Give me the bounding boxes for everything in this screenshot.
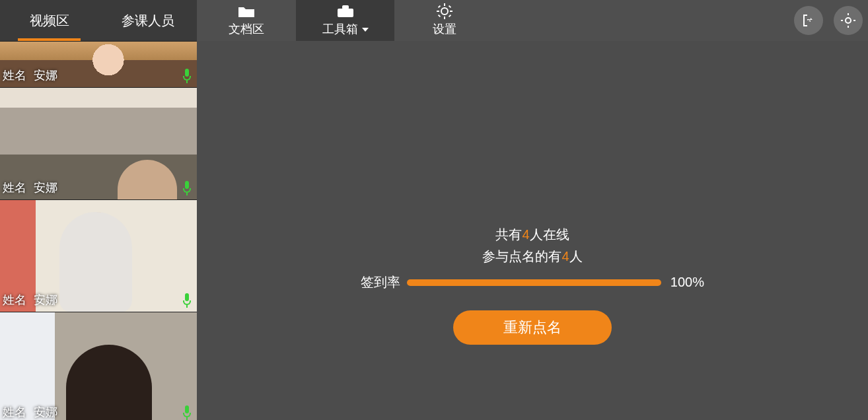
- rate-percent: 100%: [670, 275, 704, 290]
- sidebar-tabs: 视频区 参课人员: [0, 0, 197, 41]
- toolbox-icon: [337, 4, 354, 18]
- mic-icon[interactable]: [181, 405, 193, 420]
- svg-rect-12: [848, 13, 849, 15]
- mic-icon[interactable]: [181, 69, 193, 83]
- logout-icon: [801, 13, 816, 28]
- toolbar: 文档区 工具箱 设置: [197, 0, 868, 41]
- toolbar-item-label: 文档区: [229, 21, 264, 37]
- svg-rect-3: [444, 3, 445, 6]
- participant-name: 安娜: [34, 293, 57, 306]
- svg-rect-8: [448, 15, 451, 17]
- redo-rollcall-label: 重新点名: [503, 318, 561, 337]
- sidebar: 视频区 参课人员 姓名 安娜 姓名 安娜 姓名 安娜: [0, 0, 197, 420]
- toolbar-item-label: 工具箱: [322, 21, 369, 37]
- svg-rect-6: [450, 11, 452, 12]
- svg-rect-1: [342, 5, 349, 9]
- toolbar-item-toolbox[interactable]: 工具箱: [296, 0, 395, 41]
- svg-rect-9: [448, 5, 451, 8]
- name-tag: 姓名 安娜: [3, 404, 57, 420]
- toolbar-item-docs[interactable]: 文档区: [197, 0, 296, 41]
- tab-video-area[interactable]: 视频区: [0, 0, 98, 41]
- video-tile[interactable]: 姓名 安娜: [0, 199, 197, 312]
- svg-rect-7: [437, 5, 440, 8]
- svg-rect-14: [841, 20, 843, 21]
- video-list: 姓名 安娜 姓名 安娜 姓名 安娜 姓名 安娜: [0, 41, 197, 420]
- name-tag: 姓名 安娜: [3, 292, 57, 308]
- tab-participants[interactable]: 参课人员: [98, 0, 197, 41]
- gear-icon: [841, 13, 855, 28]
- svg-point-2: [441, 8, 448, 15]
- rollcall-status: 共有4人在线 参与点名的有4人: [197, 226, 868, 265]
- participant-name: 安娜: [34, 181, 57, 194]
- name-tag: 姓名 安娜: [3, 67, 57, 83]
- status-line-2: 参与点名的有4人: [197, 248, 868, 265]
- online-count: 4: [522, 227, 529, 242]
- toolbar-spacer: [494, 0, 789, 41]
- name-label: 姓名: [3, 293, 26, 306]
- checked-in-count: 4: [561, 249, 569, 263]
- svg-rect-5: [437, 11, 439, 12]
- svg-rect-10: [437, 15, 440, 17]
- video-tile[interactable]: 姓名 安娜: [0, 41, 197, 87]
- chevron-down-icon: [362, 28, 369, 32]
- svg-rect-4: [444, 17, 445, 19]
- attendance-rate: 签到率 100%: [361, 273, 704, 291]
- svg-point-11: [846, 18, 851, 23]
- settings-button[interactable]: [834, 6, 863, 35]
- rate-label: 签到率: [361, 273, 400, 291]
- tab-participants-label: 参课人员: [122, 12, 174, 30]
- svg-rect-13: [848, 26, 849, 28]
- gear-icon: [436, 4, 453, 18]
- svg-rect-15: [853, 20, 855, 21]
- participant-name: 安娜: [34, 405, 57, 419]
- progress-fill: [407, 279, 661, 286]
- main-area: 共有4人在线 参与点名的有4人 签到率 100% 重新点名: [197, 41, 868, 420]
- redo-rollcall-button[interactable]: 重新点名: [453, 310, 612, 345]
- toolbar-item-settings[interactable]: 设置: [395, 0, 494, 41]
- mic-icon[interactable]: [181, 181, 193, 195]
- name-label: 姓名: [3, 405, 26, 419]
- video-tile[interactable]: 姓名 安娜: [0, 312, 197, 420]
- participant-name: 安娜: [34, 69, 57, 82]
- name-label: 姓名: [3, 181, 26, 194]
- status-line-1: 共有4人在线: [197, 226, 868, 244]
- tab-video-area-label: 视频区: [30, 12, 69, 30]
- logout-button[interactable]: [794, 6, 823, 35]
- name-tag: 姓名 安娜: [3, 180, 57, 195]
- mic-icon[interactable]: [181, 293, 193, 308]
- folder-icon: [238, 4, 255, 18]
- svg-rect-0: [338, 9, 353, 17]
- name-label: 姓名: [3, 69, 26, 82]
- toolbar-item-label: 设置: [433, 21, 456, 37]
- video-tile[interactable]: 姓名 安娜: [0, 87, 197, 199]
- progress-bar: [407, 279, 661, 286]
